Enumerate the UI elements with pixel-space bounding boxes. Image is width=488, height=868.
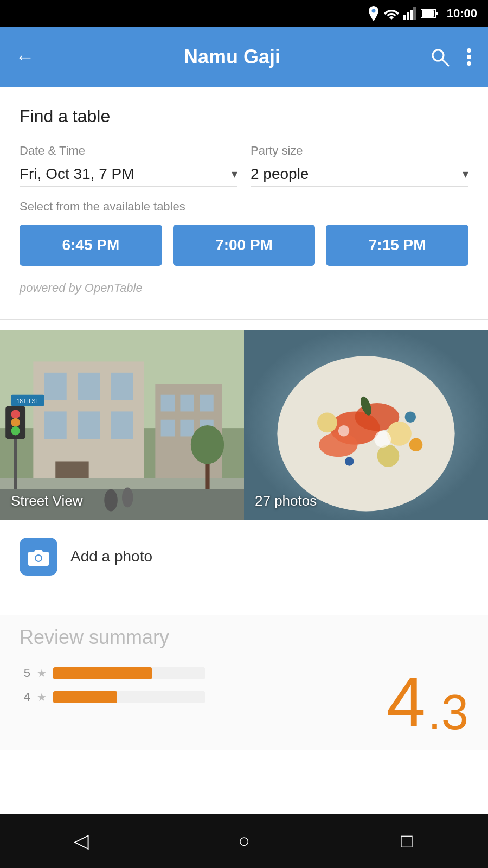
svg-point-53 xyxy=(405,411,416,422)
photos-count-label: 27 photos xyxy=(255,493,317,509)
svg-rect-21 xyxy=(111,411,133,439)
date-time-select[interactable]: Fri, Oct 31, 7 PM ▾ xyxy=(20,162,237,187)
svg-point-50 xyxy=(317,412,337,432)
nav-recent-button[interactable]: □ xyxy=(385,825,428,857)
party-size-dropdown-arrow: ▾ xyxy=(463,167,468,181)
app-bar-actions xyxy=(429,47,473,67)
svg-rect-17 xyxy=(78,373,100,400)
svg-rect-2 xyxy=(407,12,409,20)
rating-star-5: ★ xyxy=(37,667,47,680)
svg-rect-6 xyxy=(436,12,438,15)
svg-line-9 xyxy=(442,59,448,66)
divider-1 xyxy=(0,319,488,320)
photos-row: 18TH ST Street View xyxy=(0,330,488,520)
svg-point-34 xyxy=(11,410,20,418)
review-summary-section: Review summary 5 ★ 4 ★ xyxy=(0,615,488,750)
time-slot-700[interactable]: 7:00 PM xyxy=(173,225,316,266)
rating-star-4: ★ xyxy=(37,691,47,704)
svg-point-0 xyxy=(371,9,375,13)
svg-rect-27 xyxy=(161,420,175,437)
svg-point-55 xyxy=(409,438,423,452)
add-photo-row[interactable]: Add a photo xyxy=(0,520,488,593)
date-time-label: Date & Time xyxy=(20,144,237,158)
opentable-credit: powered by OpenTable xyxy=(20,281,468,295)
svg-rect-3 xyxy=(410,10,413,20)
svg-rect-19 xyxy=(44,411,67,439)
svg-point-56 xyxy=(374,431,391,448)
party-size-field[interactable]: Party size 2 people ▾ xyxy=(251,144,468,187)
divider-2 xyxy=(0,604,488,604)
more-icon[interactable] xyxy=(465,47,473,67)
rating-integer: 4 xyxy=(387,666,426,737)
svg-point-35 xyxy=(11,418,20,427)
svg-point-11 xyxy=(467,55,471,59)
svg-rect-4 xyxy=(413,7,416,20)
review-content-row: 5 ★ 4 ★ 4 .3 xyxy=(20,666,468,750)
party-size-select[interactable]: 2 people ▾ xyxy=(251,162,468,187)
svg-point-12 xyxy=(467,61,471,66)
rating-bar-fill-5 xyxy=(53,667,152,679)
camera-svg xyxy=(28,547,49,566)
svg-rect-1 xyxy=(403,15,406,20)
svg-point-57 xyxy=(338,425,349,436)
street-view-image: 18TH ST xyxy=(0,330,244,520)
svg-point-36 xyxy=(11,426,20,435)
svg-point-59 xyxy=(36,556,41,561)
page-title: Namu Gaji xyxy=(46,46,419,68)
nav-home-button[interactable]: ○ xyxy=(222,825,266,857)
street-view-label: Street View xyxy=(11,493,82,509)
rating-row-5: 5 ★ xyxy=(20,666,365,680)
rating-bar-track-4 xyxy=(53,691,205,703)
svg-point-49 xyxy=(387,422,412,446)
svg-rect-16 xyxy=(44,373,67,400)
svg-rect-7 xyxy=(422,10,434,17)
rating-bar-fill-4 xyxy=(53,691,117,703)
status-bar: 10:00 xyxy=(0,0,488,27)
wifi-icon xyxy=(384,8,399,20)
svg-text:18TH ST: 18TH ST xyxy=(17,398,39,404)
search-icon[interactable] xyxy=(429,47,450,67)
rating-row-4: 4 ★ xyxy=(20,690,365,704)
food-photo-item[interactable]: 27 photos xyxy=(244,330,488,520)
battery-icon xyxy=(421,8,438,19)
svg-point-51 xyxy=(377,445,399,467)
time-slot-645[interactable]: 6:45 PM xyxy=(20,225,162,266)
date-time-value: Fri, Oct 31, 7 PM xyxy=(20,165,134,183)
time-slot-715[interactable]: 7:15 PM xyxy=(326,225,468,266)
svg-point-40 xyxy=(122,488,133,508)
party-size-value: 2 people xyxy=(251,165,309,183)
bottom-nav: ◁ ○ □ xyxy=(0,814,488,868)
location-icon xyxy=(368,6,380,21)
svg-point-42 xyxy=(191,425,224,464)
rating-num-4: 4 xyxy=(20,690,30,704)
date-time-field[interactable]: Date & Time Fri, Oct 31, 7 PM ▾ xyxy=(20,144,237,187)
rating-bars-container: 5 ★ 4 ★ xyxy=(20,666,365,704)
date-time-dropdown-arrow: ▾ xyxy=(232,167,237,181)
svg-rect-28 xyxy=(180,420,194,437)
available-tables-label: Select from the available tables xyxy=(20,200,468,214)
find-table-title: Find a table xyxy=(20,106,468,126)
nav-back-button[interactable]: ◁ xyxy=(60,825,103,857)
svg-point-48 xyxy=(319,432,358,457)
status-time: 10:00 xyxy=(447,7,477,21)
svg-rect-18 xyxy=(111,373,133,400)
time-slots-row: 6:45 PM 7:00 PM 7:15 PM xyxy=(20,225,468,266)
form-row: Date & Time Fri, Oct 31, 7 PM ▾ Party si… xyxy=(20,144,468,187)
svg-point-54 xyxy=(345,457,354,465)
camera-icon xyxy=(20,538,57,576)
svg-rect-24 xyxy=(161,395,175,412)
app-bar: ← Namu Gaji xyxy=(0,27,488,87)
status-icons: 10:00 xyxy=(368,6,477,21)
rating-bar-track-5 xyxy=(53,667,205,679)
party-size-label: Party size xyxy=(251,144,468,158)
svg-point-39 xyxy=(104,489,118,512)
svg-rect-26 xyxy=(200,395,214,412)
svg-rect-20 xyxy=(78,411,100,439)
big-rating: 4 .3 xyxy=(387,666,468,737)
back-button[interactable]: ← xyxy=(15,46,35,68)
find-table-section: Find a table Date & Time Fri, Oct 31, 7 … xyxy=(0,87,488,308)
add-photo-label: Add a photo xyxy=(70,548,152,565)
main-content: Find a table Date & Time Fri, Oct 31, 7 … xyxy=(0,87,488,750)
street-view-item[interactable]: 18TH ST Street View xyxy=(0,330,244,520)
rating-decimal: .3 xyxy=(428,688,468,737)
